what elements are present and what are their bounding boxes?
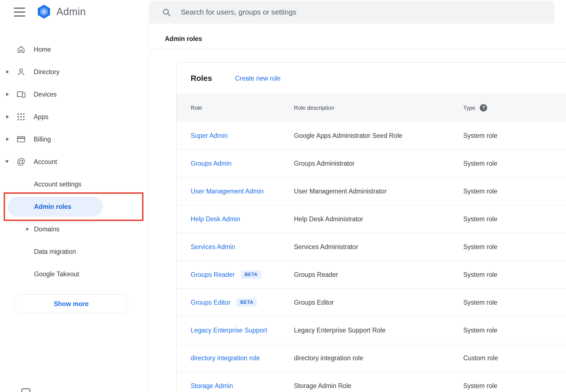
role-description: Storage Admin Role	[294, 382, 352, 390]
sidebar-item-label: Directory	[34, 68, 60, 76]
menu-icon[interactable]	[14, 8, 25, 17]
sidebar-item-label: Domains	[34, 225, 60, 233]
role-cell: Groups Editor BETA	[191, 298, 257, 307]
sidebar-item-account-settings[interactable]: Account settings	[0, 173, 149, 195]
column-header-role: Role	[191, 105, 202, 111]
sidebar-item-admin-roles[interactable]: Admin roles	[0, 195, 149, 218]
table-row: Groups Reader BETA Groups Reader System …	[177, 261, 566, 289]
sidebar-item-billing[interactable]: Billing	[0, 128, 149, 151]
sidebar-item-home[interactable]: Home	[0, 38, 149, 61]
role-link[interactable]: Groups Admin	[191, 160, 232, 167]
role-cell: User Management Admin	[191, 188, 264, 195]
billing-card-icon	[16, 135, 26, 144]
sidebar-item-apps[interactable]: Apps	[0, 106, 149, 128]
roles-card-header: Roles Create new role	[177, 63, 566, 94]
role-link[interactable]: directory integration role	[191, 354, 260, 362]
role-link[interactable]: User Management Admin	[191, 188, 264, 195]
role-cell: Services Admin	[191, 243, 235, 251]
role-link[interactable]: Groups Editor	[191, 299, 230, 306]
admin-console: Admin Home Directory	[0, 0, 566, 392]
apps-grid-icon	[16, 112, 26, 122]
roles-title: Roles	[191, 74, 212, 83]
create-new-role-link[interactable]: Create new role	[235, 74, 280, 82]
sidebar-item-google-takeout[interactable]: Google Takeout	[0, 263, 149, 285]
sidebar: Admin Home Directory	[0, 0, 149, 392]
beta-badge: BETA	[241, 270, 261, 279]
role-link[interactable]: Services Admin	[191, 243, 235, 251]
menu-bar	[14, 15, 25, 17]
role-link[interactable]: Super Admin	[191, 132, 228, 140]
role-description: Legacy Enterprise Support Role	[294, 327, 385, 334]
table-row: directory integration role directory int…	[177, 344, 566, 372]
sidebar-item-label: Google Takeout	[34, 270, 79, 278]
roles-table-body: Super Admin Google Apps Administrator Se…	[177, 122, 566, 392]
partial-sidebar-icon	[21, 388, 30, 392]
sidebar-item-domains[interactable]: Domains	[0, 218, 149, 240]
chevron-right-icon[interactable]	[6, 115, 9, 118]
role-link[interactable]: Groups Reader	[191, 271, 235, 279]
table-row: Groups Admin Groups Administrator System…	[177, 150, 566, 177]
role-description: Groups Reader	[294, 271, 338, 279]
role-description: directory integration role	[294, 354, 363, 362]
breadcrumb: Admin roles	[165, 35, 202, 43]
table-row: Legacy Enterprise Support Legacy Enterpr…	[177, 316, 566, 344]
menu-bar	[14, 12, 25, 13]
chevron-right-icon[interactable]	[6, 138, 9, 141]
roles-card: Roles Create new role Role Role descript…	[176, 62, 566, 392]
role-link[interactable]: Help Desk Admin	[191, 215, 240, 223]
person-icon	[16, 67, 26, 77]
role-type: System role	[463, 327, 497, 334]
sidebar-item-label: Devices	[34, 91, 57, 98]
role-type: System role	[463, 215, 497, 223]
role-type: System role	[463, 382, 497, 390]
role-type: System role	[463, 132, 497, 140]
column-header-type-label: Type	[463, 105, 475, 111]
table-row: User Management Admin User Management Ad…	[177, 177, 566, 205]
search-icon[interactable]	[162, 8, 171, 17]
app-title: Admin	[56, 6, 86, 18]
table-header: Role Role description Type ?	[177, 94, 566, 122]
home-icon	[16, 45, 26, 54]
role-cell: Help Desk Admin	[191, 215, 240, 223]
role-type: System role	[463, 243, 497, 251]
admin-logo[interactable]: Admin	[36, 4, 86, 20]
role-cell: directory integration role	[191, 354, 260, 362]
help-icon[interactable]: ?	[480, 104, 487, 111]
chevron-right-icon[interactable]	[6, 93, 9, 96]
role-description: Services Administrator	[294, 243, 358, 251]
role-link[interactable]: Storage Admin	[191, 382, 233, 390]
role-cell: Groups Reader BETA	[191, 270, 261, 279]
sidebar-item-directory[interactable]: Directory	[0, 61, 149, 83]
role-type: System role	[463, 299, 497, 306]
role-cell: Storage Admin	[191, 382, 233, 390]
sidebar-item-account[interactable]: @ Account	[0, 151, 149, 173]
table-row: Storage Admin Storage Admin Role System …	[177, 372, 566, 392]
sidebar-item-label: Home	[34, 46, 51, 53]
sidebar-item-devices[interactable]: Devices	[0, 83, 149, 106]
role-description: Google Apps Administrator Seed Role	[294, 132, 402, 140]
column-header-description: Role description	[294, 105, 334, 111]
main-content: Admin roles Roles Create new role Role R…	[149, 0, 566, 392]
sidebar-item-label: Data migration	[34, 248, 76, 256]
devices-icon	[16, 90, 26, 99]
sidebar-item-data-migration[interactable]: Data migration	[0, 240, 149, 263]
column-header-type: Type ?	[463, 104, 487, 111]
search-bar[interactable]	[149, 1, 554, 24]
chevron-down-icon[interactable]	[5, 160, 9, 163]
sidebar-nav: Home Directory	[0, 38, 149, 285]
role-cell: Legacy Enterprise Support	[191, 327, 267, 334]
divider	[149, 49, 566, 49]
role-link[interactable]: Legacy Enterprise Support	[191, 327, 267, 334]
sidebar-item-label: Account	[34, 158, 57, 166]
chevron-right-icon[interactable]	[6, 70, 9, 74]
table-row: Help Desk Admin Help Desk Administrator …	[177, 205, 566, 233]
role-cell: Groups Admin	[191, 160, 232, 167]
menu-bar	[14, 8, 25, 9]
show-more-button[interactable]: Show more	[14, 294, 129, 313]
role-description: User Management Administrator	[294, 188, 387, 195]
role-type: System role	[463, 271, 497, 279]
table-row: Services Admin Services Administrator Sy…	[177, 233, 566, 261]
search-input[interactable]	[181, 1, 554, 24]
beta-badge: BETA	[237, 298, 257, 307]
chevron-right-icon[interactable]	[26, 227, 29, 231]
